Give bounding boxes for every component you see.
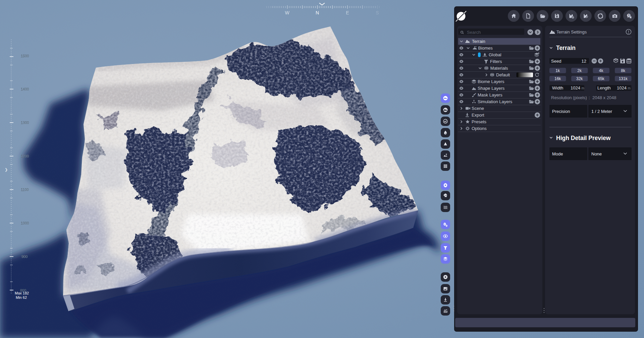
svg-text:Filters: Filters: [490, 59, 502, 64]
svg-text:Terrain Settings: Terrain Settings: [556, 29, 587, 35]
svg-text:16k: 16k: [554, 76, 561, 81]
svg-text:Mask Layers: Mask Layers: [478, 92, 502, 97]
svg-text:12: 12: [582, 59, 586, 64]
svg-text:4k: 4k: [599, 68, 604, 73]
svg-text:1024: 1024: [617, 85, 627, 90]
svg-text:Materials: Materials: [490, 66, 508, 71]
svg-text:High Detail Preview: High Detail Preview: [556, 135, 611, 141]
svg-text:1 / 2 Meter: 1 / 2 Meter: [591, 109, 612, 114]
svg-text:Length: Length: [597, 85, 611, 90]
svg-text:2048 x 2048: 2048 x 2048: [592, 95, 616, 100]
svg-text:Seed: Seed: [551, 59, 561, 64]
svg-text:8k: 8k: [621, 68, 626, 73]
svg-text:Shape Layers: Shape Layers: [478, 86, 505, 91]
svg-text:Presets: Presets: [472, 119, 487, 124]
svg-text:Default: Default: [496, 72, 510, 77]
svg-text:Width: Width: [552, 85, 563, 90]
svg-text:Resolution (pixels): Resolution (pixels): [551, 95, 587, 100]
svg-text:Biomes: Biomes: [478, 46, 493, 51]
svg-text:?: ?: [628, 13, 629, 17]
svg-text:Simulation Layers: Simulation Layers: [478, 99, 513, 104]
svg-text:Search: Search: [467, 30, 481, 35]
svg-text:Global: Global: [489, 52, 501, 57]
svg-text:Scene: Scene: [472, 106, 484, 111]
svg-text:Mode: Mode: [552, 151, 563, 156]
svg-text:Export: Export: [472, 113, 484, 118]
svg-text:1024: 1024: [571, 85, 580, 90]
svg-text:131k: 131k: [619, 76, 628, 81]
svg-text:65k: 65k: [598, 76, 605, 81]
svg-text:None: None: [591, 151, 602, 156]
svg-text:Precision: Precision: [552, 109, 570, 114]
svg-text:Options: Options: [472, 126, 487, 131]
svg-text:m: m: [582, 86, 584, 90]
svg-text:Biome Layers: Biome Layers: [478, 79, 504, 84]
svg-text:Terrain: Terrain: [556, 45, 576, 51]
svg-text:m: m: [628, 86, 631, 90]
svg-text:Terrain: Terrain: [472, 39, 485, 44]
svg-text:32k: 32k: [576, 76, 583, 81]
svg-text::: :: [589, 95, 590, 100]
svg-text:2k: 2k: [577, 68, 582, 73]
svg-text:1k: 1k: [555, 68, 560, 73]
